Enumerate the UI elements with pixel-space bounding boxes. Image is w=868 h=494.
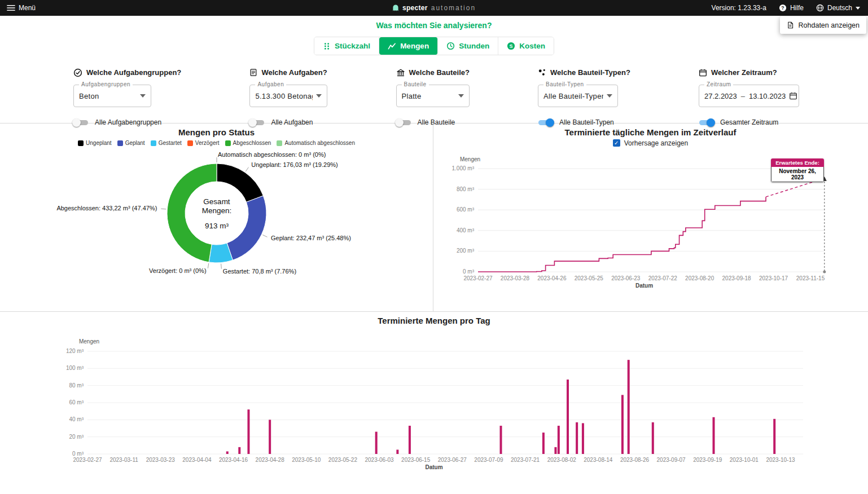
svg-text:Datum: Datum — [635, 283, 653, 289]
filter-heading: Welche Bauteil-Typen? — [538, 68, 630, 77]
select-aufgabengruppen[interactable]: AufgabengruppenBeton — [73, 85, 151, 107]
timeline-panel: Terminierte tägliche Mengen im Zeitverla… — [433, 124, 867, 311]
daily-bar[interactable] — [269, 420, 271, 454]
legend-item: Geplant — [117, 140, 145, 146]
legend-label: Gestartet — [159, 140, 182, 146]
svg-text:2023-09-07: 2023-09-07 — [657, 457, 686, 463]
tab-stunden[interactable]: Stunden — [438, 37, 498, 55]
filter-heading: Welche Aufgaben? — [249, 68, 327, 77]
daily-bar[interactable] — [773, 419, 775, 454]
daily-bar[interactable] — [238, 447, 240, 454]
donut-slice[interactable] — [217, 164, 263, 202]
svg-text:?: ? — [781, 5, 784, 11]
tab-label: Stunden — [459, 42, 489, 50]
svg-text:2023-08-26: 2023-08-26 — [620, 457, 650, 463]
select-aufgaben[interactable]: Aufgaben5.13.300 Betonag... — [249, 85, 327, 107]
specter-logo-icon — [392, 4, 399, 12]
legend-swatch — [151, 140, 156, 146]
daily-bar[interactable] — [247, 409, 249, 454]
language-label: Deutsch — [827, 4, 852, 12]
calendar-icon[interactable] — [789, 91, 797, 100]
globe-icon — [816, 4, 824, 12]
svg-text:2023-06-15: 2023-06-15 — [401, 457, 431, 463]
svg-text:2023-05-22: 2023-05-22 — [328, 457, 358, 463]
svg-text:2023-03-28: 2023-03-28 — [501, 275, 530, 281]
filter-group-aufgabengruppen: Welche Aufgabengruppen?AufgabengruppenBe… — [73, 68, 181, 127]
svg-text:Mengen: Mengen — [460, 156, 480, 162]
expected-end-tooltip: Erwartetes Ende: November 26, 2023 — [771, 158, 824, 182]
donut-slice-label: Automatisch abgeschlossen: 0 m³ (0%) — [218, 151, 326, 158]
chart-icon — [388, 42, 396, 50]
analyze-header: Was möchten Sie analysieren? StückzahlMe… — [0, 16, 868, 123]
toggle-alle-aufgaben[interactable] — [249, 119, 265, 126]
date-range-field[interactable]: Zeitraum27.2.2023–13.10.2023 — [699, 85, 799, 107]
svg-text:800 m³: 800 m³ — [457, 186, 475, 192]
building-icon — [396, 68, 405, 77]
menu-button[interactable]: Menü — [7, 4, 36, 12]
tab-kosten[interactable]: SKosten — [498, 37, 554, 55]
legend-swatch — [187, 140, 193, 146]
daily-bar[interactable] — [621, 395, 624, 454]
legend-swatch — [277, 140, 282, 146]
daily-bar[interactable] — [226, 451, 229, 454]
grid-icon — [323, 42, 331, 50]
task-icon — [249, 68, 257, 77]
svg-text:0 m³: 0 m³ — [72, 451, 84, 457]
daily-bar[interactable] — [396, 449, 398, 454]
toggle-alle-bauteile[interactable] — [396, 119, 411, 126]
brand-name: specter — [402, 4, 428, 12]
filter-heading: Welche Bauteile? — [396, 68, 470, 77]
daily-bar[interactable] — [499, 426, 502, 454]
filter-heading-label: Welche Bauteil-Typen? — [550, 68, 630, 77]
daily-bar[interactable] — [542, 433, 545, 454]
svg-text:2023-03-11: 2023-03-11 — [109, 457, 138, 463]
svg-text:80 m³: 80 m³ — [69, 382, 84, 389]
daily-bar-chart: 0 m³20 m³40 m³60 m³80 m³100 m³120 m³Meng… — [0, 327, 868, 493]
tab-stückzahl[interactable]: Stückzahl — [314, 37, 379, 55]
svg-text:2023-07-22: 2023-07-22 — [648, 275, 678, 281]
tab-mengen[interactable]: Mengen — [379, 37, 438, 55]
svg-text:Mengen: Mengen — [79, 338, 99, 345]
daily-bar[interactable] — [558, 426, 560, 454]
svg-text:2023-09-19: 2023-09-19 — [693, 457, 722, 463]
language-button[interactable]: Deutsch — [816, 4, 860, 12]
date-to-value[interactable]: 13.10.2023 — [749, 92, 786, 100]
svg-text:2023-07-09: 2023-07-09 — [474, 457, 503, 463]
donut-slice[interactable] — [227, 196, 266, 260]
svg-text:600 m³: 600 m³ — [457, 206, 475, 213]
date-from-value[interactable]: 27.2.2023 — [704, 92, 737, 100]
daily-bar[interactable] — [713, 417, 715, 454]
svg-text:2023-07-21: 2023-07-21 — [511, 457, 540, 463]
svg-text:Datum: Datum — [425, 464, 442, 470]
legend-label: Ungeplant — [86, 140, 112, 146]
daily-bar[interactable] — [582, 423, 584, 454]
help-icon: ? — [779, 4, 787, 12]
svg-text:2023-06-03: 2023-06-03 — [365, 457, 394, 463]
svg-text:2023-04-26: 2023-04-26 — [537, 275, 567, 281]
daily-bar[interactable] — [554, 447, 556, 454]
select-bauteil-typen[interactable]: Bauteil-TypenAlle Bauteil-Typen — [538, 85, 618, 107]
svg-text:2023-03-23: 2023-03-23 — [146, 457, 176, 463]
help-button[interactable]: ? Hilfe — [779, 4, 804, 12]
donut-slice-label: Gestartet: 70,8 m³ (7.76%) — [223, 268, 296, 275]
daily-bar[interactable] — [576, 422, 578, 454]
svg-text:2023-04-28: 2023-04-28 — [256, 457, 285, 463]
daily-bar[interactable] — [628, 360, 630, 454]
select-value: Alle Bauteil-Typen — [543, 92, 603, 100]
daily-bar-panel: Terminierte Mengen pro Tag 0 m³20 m³40 m… — [0, 316, 868, 494]
legend-label: Automatisch abgeschlossen — [284, 140, 355, 146]
svg-text:20 m³: 20 m³ — [69, 434, 84, 440]
status-donut-chart: Ungeplant: 176,03 m³ (19.29%)Geplant: 23… — [0, 148, 433, 310]
daily-bar[interactable] — [567, 380, 569, 454]
daily-bar[interactable] — [409, 426, 411, 454]
forecast-checkbox-label: Vorhersage anzeigen — [624, 139, 688, 147]
forecast-checkbox[interactable]: ✓ — [613, 139, 620, 147]
legend-swatch — [117, 140, 123, 146]
raw-data-menu-item[interactable]: Rohdaten anzeigen — [780, 16, 866, 34]
toggle-alle-aufgabengruppen[interactable] — [73, 119, 89, 126]
select-bauteile[interactable]: BauteilePlatte — [396, 85, 470, 107]
svg-text:2023-06-23: 2023-06-23 — [611, 275, 641, 281]
svg-text:400 m³: 400 m³ — [457, 227, 475, 233]
daily-bar[interactable] — [375, 432, 378, 454]
daily-bar[interactable] — [652, 422, 654, 454]
